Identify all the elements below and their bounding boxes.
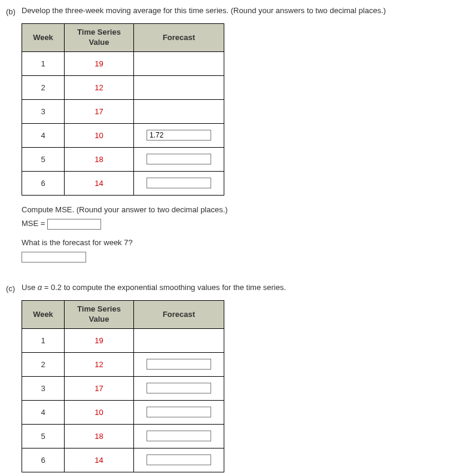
cell-week: 6 bbox=[22, 171, 65, 195]
forecast-input-c-week2[interactable] bbox=[147, 359, 211, 370]
header-forecast: Forecast bbox=[134, 24, 224, 52]
cell-forecast bbox=[134, 75, 224, 99]
header-ts-line2: Value bbox=[89, 315, 109, 324]
part-b-content: Develop the three-week moving average fo… bbox=[22, 6, 445, 272]
table-row: 4 10 bbox=[22, 123, 224, 147]
cell-value: 17 bbox=[65, 99, 134, 123]
part-c: (c) Use α = 0.2 to compute the exponenti… bbox=[6, 283, 445, 476]
cell-forecast bbox=[134, 352, 224, 376]
cell-forecast bbox=[134, 400, 224, 424]
cell-forecast bbox=[134, 328, 224, 352]
week7-section: What is the forecast for week 7? bbox=[22, 238, 445, 263]
cell-forecast bbox=[134, 123, 224, 147]
cell-forecast bbox=[134, 51, 224, 75]
cell-forecast bbox=[134, 448, 224, 472]
table-row: 3 17 bbox=[22, 99, 224, 123]
cell-week: 3 bbox=[22, 99, 65, 123]
part-b-table: Week Time Series Value Forecast 1 19 2 1… bbox=[22, 23, 224, 196]
cell-week: 4 bbox=[22, 123, 65, 147]
table-row: 5 18 bbox=[22, 424, 224, 448]
cell-week: 1 bbox=[22, 51, 65, 75]
forecast-input-week5[interactable] bbox=[147, 154, 211, 164]
header-week: Week bbox=[22, 300, 65, 328]
table-row: 3 17 bbox=[22, 376, 224, 400]
part-c-content: Use α = 0.2 to compute the exponential s… bbox=[22, 283, 445, 476]
instruction-rest: = 0.2 to compute the exponential smoothi… bbox=[42, 283, 286, 292]
cell-week: 3 bbox=[22, 376, 65, 400]
cell-value: 18 bbox=[65, 147, 134, 171]
cell-value: 12 bbox=[65, 352, 134, 376]
cell-forecast bbox=[134, 171, 224, 195]
cell-forecast bbox=[134, 147, 224, 171]
forecast-input-week4[interactable] bbox=[147, 130, 211, 141]
cell-week: 5 bbox=[22, 424, 65, 448]
cell-value: 12 bbox=[65, 75, 134, 99]
forecast-input-c-week3[interactable] bbox=[147, 383, 211, 393]
cell-value: 10 bbox=[65, 123, 134, 147]
table-row: 1 19 bbox=[22, 51, 224, 75]
instruction-pre: Use bbox=[22, 283, 38, 292]
part-b-label: (b) bbox=[6, 6, 22, 272]
table-row: 6 14 bbox=[22, 448, 224, 472]
table-row: 5 18 bbox=[22, 147, 224, 171]
mse-instruction: Compute MSE. (Round your answer to two d… bbox=[22, 205, 445, 214]
table-row: 1 19 bbox=[22, 328, 224, 352]
table-row: 6 14 bbox=[22, 171, 224, 195]
table-row: 2 12 bbox=[22, 75, 224, 99]
cell-value: 17 bbox=[65, 376, 134, 400]
cell-value: 14 bbox=[65, 171, 134, 195]
header-ts-line1: Time Series bbox=[77, 304, 121, 313]
mse-label: MSE = bbox=[22, 219, 47, 228]
header-time-series-value: Time Series Value bbox=[65, 300, 134, 328]
mse-input[interactable] bbox=[47, 219, 101, 230]
mse-row: MSE = bbox=[22, 219, 445, 230]
header-week: Week bbox=[22, 24, 65, 52]
week7-question: What is the forecast for week 7? bbox=[22, 238, 445, 247]
cell-value: 14 bbox=[65, 448, 134, 472]
week7-input[interactable] bbox=[22, 252, 86, 263]
header-forecast: Forecast bbox=[134, 300, 224, 328]
cell-week: 6 bbox=[22, 448, 65, 472]
header-time-series-value: Time Series Value bbox=[65, 24, 134, 52]
part-c-label: (c) bbox=[6, 283, 22, 476]
cell-forecast bbox=[134, 424, 224, 448]
cell-value: 18 bbox=[65, 424, 134, 448]
cell-forecast bbox=[134, 99, 224, 123]
cell-week: 2 bbox=[22, 352, 65, 376]
header-ts-line1: Time Series bbox=[77, 28, 121, 36]
part-b-instruction: Develop the three-week moving average fo… bbox=[22, 6, 445, 15]
cell-value: 19 bbox=[65, 51, 134, 75]
cell-week: 4 bbox=[22, 400, 65, 424]
cell-week: 5 bbox=[22, 147, 65, 171]
table-row: 4 10 bbox=[22, 400, 224, 424]
forecast-input-c-week4[interactable] bbox=[147, 407, 211, 417]
header-ts-line2: Value bbox=[89, 38, 109, 47]
cell-forecast bbox=[134, 376, 224, 400]
part-c-table: Week Time Series Value Forecast 1 19 2 1… bbox=[22, 300, 224, 472]
cell-week: 2 bbox=[22, 75, 65, 99]
forecast-input-week6[interactable] bbox=[147, 178, 211, 188]
forecast-input-c-week6[interactable] bbox=[147, 454, 211, 465]
cell-week: 1 bbox=[22, 328, 65, 352]
part-c-instruction: Use α = 0.2 to compute the exponential s… bbox=[22, 283, 445, 292]
cell-value: 10 bbox=[65, 400, 134, 424]
part-b: (b) Develop the three-week moving averag… bbox=[6, 6, 445, 272]
forecast-input-c-week5[interactable] bbox=[147, 431, 211, 441]
table-row: 2 12 bbox=[22, 352, 224, 376]
cell-value: 19 bbox=[65, 328, 134, 352]
